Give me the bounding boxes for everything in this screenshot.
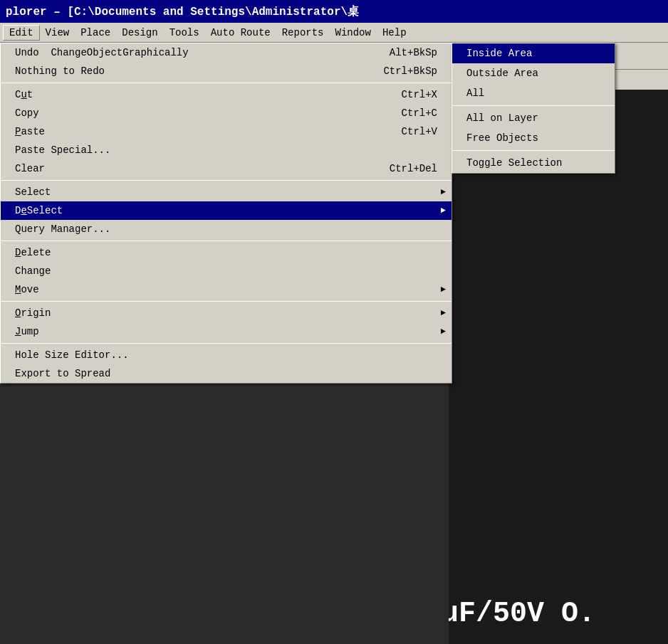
- menu-item-copy-shortcut: Ctrl+C: [402, 107, 437, 119]
- menu-item-clear[interactable]: Clear Ctrl+Del: [1, 159, 452, 178]
- submenu-item-toggle-selection-label: Toggle Selection: [466, 157, 562, 169]
- submenu-item-outside-area[interactable]: Outside Area: [452, 63, 615, 83]
- menu-item-clear-label: Clear: [15, 163, 45, 174]
- sep-3: [1, 241, 452, 241]
- menu-view[interactable]: View: [40, 26, 75, 40]
- menu-item-jump[interactable]: Jump ►: [1, 322, 452, 341]
- menu-item-paste[interactable]: Paste Ctrl+V: [1, 122, 452, 141]
- menu-item-query-manager[interactable]: Query Manager...: [1, 220, 452, 238]
- menu-item-deselect[interactable]: DeSelect ►: [1, 201, 452, 220]
- menu-bar: Edit View Place Design Tools Auto Route …: [0, 23, 668, 43]
- menu-help[interactable]: Help: [377, 26, 412, 40]
- menu-item-change[interactable]: Change: [1, 262, 452, 280]
- sep-2: [1, 180, 452, 181]
- submenu-item-free-objects-label: Free Objects: [466, 132, 538, 144]
- menu-window[interactable]: Window: [330, 26, 377, 40]
- menu-item-select-label: Select: [15, 186, 51, 198]
- move-arrow-icon: ►: [441, 285, 446, 295]
- menu-place[interactable]: Place: [75, 26, 116, 40]
- menu-tools[interactable]: Tools: [164, 26, 205, 40]
- origin-arrow-icon: ►: [441, 308, 446, 318]
- menu-item-clear-shortcut: Ctrl+Del: [390, 163, 437, 174]
- submenu-item-inside-area-label: Inside Area: [466, 48, 532, 59]
- menu-item-undo-shortcut: Alt+BkSp: [390, 47, 437, 58]
- menu-autoroute[interactable]: Auto Route: [205, 26, 276, 40]
- menu-item-paste-shortcut: Ctrl+V: [402, 126, 437, 137]
- submenu-item-all[interactable]: All: [452, 83, 615, 103]
- menu-item-move-label: Move: [15, 284, 39, 295]
- menu-item-paste-special-label: Paste Special...: [15, 144, 110, 156]
- menu-item-origin[interactable]: Origin ►: [1, 304, 452, 322]
- menu-edit[interactable]: Edit: [3, 25, 40, 41]
- title-bar: plorer – [C:\Documents and Settings\Admi…: [0, 0, 668, 23]
- menu-item-query-manager-label: Query Manager...: [15, 223, 110, 235]
- menu-item-delete-label: Delete: [15, 247, 51, 258]
- deselect-submenu: Inside Area Outside Area All All on Laye…: [452, 43, 615, 174]
- menu-item-cut-label: Cut: [15, 89, 33, 100]
- menu-item-select[interactable]: Select ►: [1, 183, 452, 201]
- menu-design[interactable]: Design: [116, 26, 163, 40]
- pcb-bottom-text: uF/50V O.: [449, 598, 595, 630]
- deselect-arrow-icon: ►: [441, 206, 446, 216]
- menu-item-copy-label: Copy: [15, 107, 39, 119]
- submenu-item-free-objects[interactable]: Free Objects: [452, 128, 615, 148]
- menu-item-undo-label: Undo ChangeObjectGraphically: [15, 47, 189, 58]
- edit-menu: Undo ChangeObjectGraphically Alt+BkSp No…: [0, 43, 452, 384]
- submenu-item-all-on-layer[interactable]: All on Layer: [452, 108, 615, 128]
- jump-arrow-icon: ►: [441, 327, 446, 337]
- menu-item-change-label: Change: [15, 265, 51, 277]
- menu-item-move[interactable]: Move ►: [1, 280, 452, 299]
- menu-item-undo[interactable]: Undo ChangeObjectGraphically Alt+BkSp: [1, 43, 452, 62]
- submenu-item-all-on-layer-label: All on Layer: [466, 112, 538, 124]
- menu-item-copy[interactable]: Copy Ctrl+C: [1, 104, 452, 122]
- submenu-item-inside-area[interactable]: Inside Area: [452, 43, 615, 63]
- menu-item-paste-label: Paste: [15, 126, 45, 137]
- submenu-item-all-label: All: [466, 88, 484, 99]
- menu-item-hole-size-editor-label: Hole Size Editor...: [15, 349, 129, 361]
- sep-1: [1, 83, 452, 83]
- submenu-sep-1: [452, 105, 615, 106]
- menu-item-export-to-spread-label: Export to Spread: [15, 368, 110, 379]
- submenu-item-toggle-selection[interactable]: Toggle Selection: [452, 153, 615, 173]
- menu-item-export-to-spread[interactable]: Export to Spread: [1, 364, 452, 383]
- submenu-sep-2: [452, 150, 615, 151]
- menu-item-origin-label: Origin: [15, 307, 51, 319]
- menu-item-deselect-label: DeSelect: [15, 205, 63, 216]
- submenu-item-outside-area-label: Outside Area: [466, 68, 538, 79]
- menu-reports[interactable]: Reports: [276, 26, 330, 40]
- menu-item-cut-shortcut: Ctrl+X: [402, 89, 437, 100]
- sep-4: [1, 301, 452, 302]
- menu-item-redo[interactable]: Nothing to Redo Ctrl+BkSp: [1, 62, 452, 80]
- sep-5: [1, 343, 452, 344]
- title-text: plorer – [C:\Documents and Settings\Admi…: [6, 4, 359, 19]
- menu-item-redo-label: Nothing to Redo: [15, 65, 105, 77]
- menu-item-redo-shortcut: Ctrl+BkSp: [383, 65, 437, 77]
- menu-item-hole-size-editor[interactable]: Hole Size Editor...: [1, 346, 452, 364]
- menu-item-paste-special[interactable]: Paste Special...: [1, 141, 452, 159]
- menu-item-delete[interactable]: Delete: [1, 243, 452, 262]
- select-arrow-icon: ►: [441, 187, 446, 197]
- menu-item-jump-label: Jump: [15, 326, 39, 337]
- menu-item-cut[interactable]: Cut Ctrl+X: [1, 85, 452, 104]
